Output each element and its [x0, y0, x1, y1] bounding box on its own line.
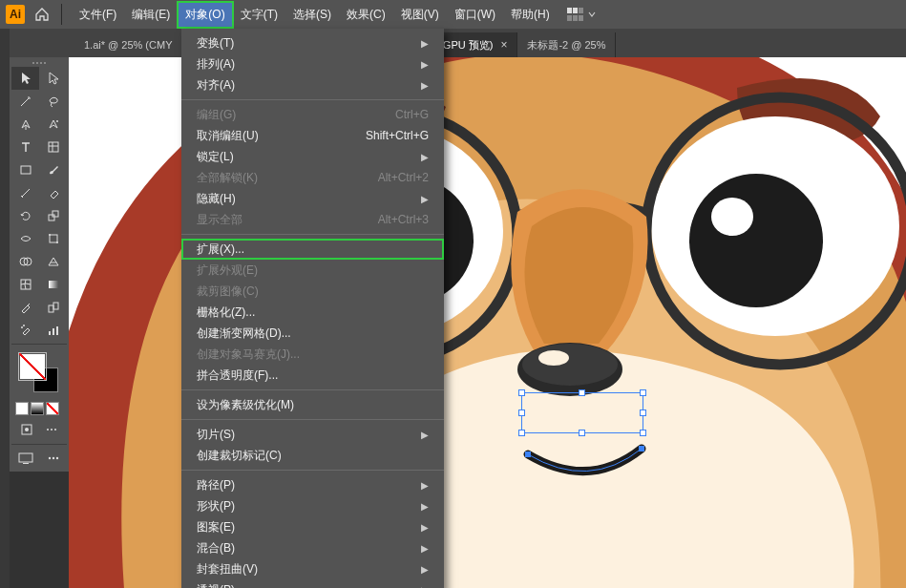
menu-item[interactable]: 栅格化(Z)... — [181, 302, 444, 323]
svg-rect-20 — [49, 305, 53, 312]
menu-item: 全部解锁(K)Alt+Ctrl+2 — [181, 167, 444, 188]
resize-handle[interactable] — [640, 410, 646, 416]
fill-swatch[interactable] — [20, 354, 45, 379]
edit-toolbar[interactable] — [39, 447, 67, 470]
svg-rect-1 — [573, 8, 578, 13]
document-tab[interactable]: 1.ai* @ 25% (CMY — [74, 32, 182, 57]
menu-item[interactable]: 形状(P)▶ — [181, 495, 444, 516]
color-mode-gradient[interactable] — [31, 402, 44, 415]
menu-item[interactable]: 扩展(X)... — [181, 239, 444, 260]
menu-item[interactable]: 设为像素级优化(M) — [181, 394, 444, 415]
submenu-arrow-icon: ▶ — [421, 543, 429, 554]
eyedropper-tool[interactable] — [11, 296, 39, 319]
paintbrush-tool[interactable] — [39, 158, 67, 181]
column-graph-tool[interactable] — [39, 319, 67, 342]
menu-item[interactable]: 取消编组(U)Shift+Ctrl+G — [181, 125, 444, 146]
menu-item[interactable]: 混合(B)▶ — [181, 537, 444, 558]
svg-point-31 — [54, 429, 56, 430]
menu-item[interactable]: 路径(P)▶ — [181, 474, 444, 495]
submenu-arrow-icon: ▶ — [421, 152, 429, 162]
menu-item[interactable]: 变换(T)▶ — [181, 32, 444, 53]
document-tab-label: 1.ai* @ 25% (CMY — [84, 39, 172, 51]
menu-item[interactable]: 创建渐变网格(D)... — [181, 323, 444, 344]
menu-item-label: 锁定(L) — [197, 149, 234, 165]
menu-窗口[interactable]: 窗口(W) — [447, 2, 503, 28]
blend-tool[interactable] — [39, 296, 67, 319]
resize-handle[interactable] — [579, 389, 585, 396]
color-mode-solid[interactable] — [15, 402, 29, 415]
curvature-tool[interactable] — [39, 113, 67, 136]
menu-选择[interactable]: 选择(S) — [285, 2, 339, 28]
scale-tool[interactable] — [39, 204, 67, 227]
menu-item[interactable]: 图案(E)▶ — [181, 516, 444, 537]
rotate-tool[interactable] — [11, 204, 39, 227]
menu-item-label: 切片(S) — [197, 427, 235, 443]
menu-视图[interactable]: 视图(V) — [393, 2, 447, 28]
selection-tool[interactable] — [11, 67, 39, 90]
more-tools[interactable] — [40, 419, 63, 440]
menu-对象[interactable]: 对象(O) — [178, 2, 232, 28]
close-icon[interactable]: × — [500, 38, 507, 52]
resize-handle[interactable] — [640, 430, 646, 436]
menu-separator — [181, 419, 444, 420]
lasso-tool[interactable] — [39, 90, 67, 113]
color-mode-none[interactable] — [46, 402, 59, 415]
width-tool[interactable] — [11, 227, 39, 250]
menu-item[interactable]: 创建裁切标记(C) — [181, 445, 444, 466]
svg-rect-5 — [579, 15, 583, 21]
svg-rect-13 — [50, 235, 57, 242]
screen-mode[interactable] — [11, 447, 39, 470]
menu-item-label: 编组(G) — [197, 107, 236, 123]
home-icon[interactable] — [32, 5, 52, 24]
submenu-arrow-icon: ▶ — [421, 480, 429, 491]
svg-rect-10 — [21, 166, 31, 174]
menu-效果[interactable]: 效果(C) — [339, 2, 393, 28]
type-tool[interactable] — [11, 136, 39, 158]
menu-item[interactable]: 透视(P)▶ — [181, 579, 444, 588]
resize-handle[interactable] — [518, 410, 525, 416]
rectangle-tool[interactable] — [11, 158, 39, 181]
menu-item[interactable]: 拼合透明度(F)... — [181, 365, 444, 386]
panel-grip[interactable] — [11, 59, 67, 67]
mesh-tool[interactable] — [11, 273, 39, 296]
eraser-tool[interactable] — [39, 181, 67, 204]
draw-mode-normal[interactable] — [15, 419, 38, 440]
svg-rect-19 — [49, 281, 58, 288]
menu-item-shortcut: Alt+Ctrl+2 — [378, 171, 429, 184]
menu-item[interactable]: 锁定(L)▶ — [181, 146, 444, 167]
svg-rect-48 — [525, 452, 531, 457]
menu-item[interactable]: 排列(A)▶ — [181, 53, 444, 74]
shaper-tool[interactable] — [11, 181, 39, 204]
resize-handle[interactable] — [640, 389, 646, 396]
separator — [61, 4, 62, 25]
direct-selection-tool[interactable] — [39, 67, 67, 90]
menu-item-shortcut: Ctrl+G — [395, 108, 429, 121]
menu-编辑[interactable]: 编辑(E) — [124, 2, 178, 28]
resize-handle[interactable] — [579, 430, 585, 436]
fill-stroke-swatch[interactable] — [11, 346, 67, 400]
resize-handle[interactable] — [518, 389, 525, 396]
gradient-tool[interactable] — [39, 273, 67, 296]
shape-builder-tool[interactable] — [11, 250, 39, 273]
symbol-sprayer-tool[interactable] — [11, 319, 39, 342]
menu-文字[interactable]: 文字(T) — [233, 2, 285, 28]
menu-帮助[interactable]: 帮助(H) — [503, 2, 558, 28]
menu-item[interactable]: 封套扭曲(V)▶ — [181, 558, 444, 579]
workspace-switcher[interactable] — [567, 8, 596, 21]
menu-item-label: 排列(A) — [197, 56, 235, 73]
menu-item[interactable]: 隐藏(H)▶ — [181, 188, 444, 209]
line-segment-tool[interactable] — [39, 136, 67, 158]
document-tab[interactable]: 未标题-2 @ 25% — [517, 32, 616, 57]
resize-handle[interactable] — [518, 430, 525, 436]
menu-item[interactable]: 切片(S)▶ — [181, 424, 444, 445]
magic-wand-tool[interactable] — [11, 90, 39, 113]
menu-文件[interactable]: 文件(F) — [72, 2, 124, 28]
menu-item[interactable]: 对齐(A)▶ — [181, 74, 444, 95]
app-logo: Ai — [6, 5, 25, 24]
pen-tool[interactable] — [11, 113, 39, 136]
selection-bounding-box[interactable] — [521, 392, 643, 433]
free-transform-tool[interactable] — [39, 227, 67, 250]
menu-item-label: 图案(E) — [197, 519, 235, 536]
svg-rect-25 — [53, 328, 54, 335]
perspective-grid-tool[interactable] — [39, 250, 67, 273]
